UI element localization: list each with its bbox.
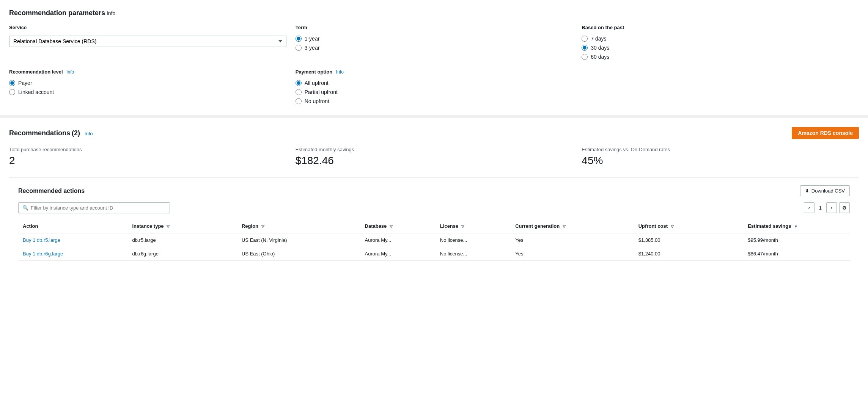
term-3year-item[interactable]: 3-year: [296, 45, 573, 51]
row1-action-link[interactable]: Buy 1 db.r5.large: [23, 237, 60, 243]
download-csv-button[interactable]: ⬇ Download CSV: [800, 185, 850, 196]
payment-no-upfront-label: No upfront: [305, 98, 329, 104]
rec-level-linked-label: Linked account: [18, 89, 54, 95]
col-instance-type-label: Instance type: [132, 223, 164, 229]
settings-button[interactable]: ⚙: [839, 202, 850, 213]
pagination-row: ‹ 1 › ⚙: [804, 202, 850, 213]
rec-level-linked-item[interactable]: Linked account: [9, 89, 286, 95]
term-1year-radio[interactable]: [296, 36, 302, 42]
col-region-label: Region: [242, 223, 258, 229]
col-instance-type[interactable]: Instance type ▽: [127, 219, 237, 233]
col-region[interactable]: Region ▽: [237, 219, 360, 233]
monthly-savings-stat: Estimated monthly savings $182.46: [296, 147, 573, 167]
parameters-section: Recommendation parameters Info Service R…: [0, 0, 868, 115]
term-1year-item[interactable]: 1-year: [296, 36, 573, 42]
col-action-label: Action: [23, 223, 38, 229]
total-recommendations-value: 2: [9, 155, 286, 167]
recommendations-count: (2): [72, 129, 80, 137]
row2-region: US East (Ohio): [237, 247, 360, 261]
recommendations-section: Recommendations (2) Info Amazon RDS cons…: [0, 118, 868, 270]
term-3year-radio[interactable]: [296, 45, 302, 51]
payment-all-upfront-item[interactable]: All upfront: [296, 80, 573, 86]
table-body: Buy 1 db.r5.large db.r5.large US East (N…: [18, 233, 850, 261]
payment-partial-upfront-radio[interactable]: [296, 89, 302, 95]
rec-level-payer-item[interactable]: Payer: [9, 80, 286, 86]
actions-table: Action Instance type ▽ Region ▽ Database: [18, 219, 850, 261]
col-estimated-savings[interactable]: Estimated savings ▼: [743, 219, 850, 233]
rec-level-group: Recommendation level Info Payer Linked a…: [9, 69, 286, 104]
actions-title: Recommended actions: [18, 188, 85, 194]
based-on-radio-group: 7 days 30 days 60 days: [582, 36, 859, 60]
term-radio-group: 1-year 3-year: [296, 36, 573, 51]
based-7days-item[interactable]: 7 days: [582, 36, 859, 42]
row1-instance-type: db.r5.large: [127, 233, 237, 247]
based-30days-label: 30 days: [591, 45, 609, 51]
based-on-label: Based on the past: [582, 25, 859, 30]
search-bar[interactable]: 🔍: [18, 202, 170, 213]
col-license[interactable]: License ▽: [436, 219, 511, 233]
instance-type-sort-icon: ▽: [167, 224, 170, 229]
payment-partial-upfront-item[interactable]: Partial upfront: [296, 89, 573, 95]
based-30days-item[interactable]: 30 days: [582, 45, 859, 51]
prev-page-button[interactable]: ‹: [804, 202, 815, 213]
row1-current-gen: Yes: [511, 233, 634, 247]
row2-upfront-cost: $1,240.00: [634, 247, 743, 261]
rec-level-info-link[interactable]: Info: [66, 69, 74, 75]
row2-instance-type: db.r6g.large: [127, 247, 237, 261]
payment-option-info-link[interactable]: Info: [336, 69, 344, 75]
based-60days-item[interactable]: 60 days: [582, 54, 859, 60]
stats-grid: Total purchase recommendations 2 Estimat…: [9, 147, 859, 167]
payment-all-upfront-radio[interactable]: [296, 80, 302, 86]
col-current-generation[interactable]: Current generation ▽: [511, 219, 634, 233]
based-on-group: Based on the past 7 days 30 days 60 days: [582, 25, 859, 60]
row2-action-link[interactable]: Buy 1 db.r6g.large: [23, 251, 63, 257]
total-recommendations-stat: Total purchase recommendations 2: [9, 147, 286, 167]
based-30days-radio[interactable]: [582, 45, 588, 51]
actions-section: Recommended actions ⬇ Download CSV 🔍 ‹ 1…: [9, 177, 859, 261]
based-60days-radio[interactable]: [582, 54, 588, 60]
based-7days-label: 7 days: [591, 36, 606, 42]
rec-level-payer-radio[interactable]: [9, 80, 15, 86]
license-sort-icon: ▽: [461, 224, 464, 229]
next-page-button[interactable]: ›: [826, 202, 837, 213]
col-upfront-cost[interactable]: Upfront cost ▽: [634, 219, 743, 233]
params-grid-row2: Recommendation level Info Payer Linked a…: [9, 69, 859, 104]
row1-action: Buy 1 db.r5.large: [18, 233, 127, 247]
col-database[interactable]: Database ▽: [360, 219, 436, 233]
based-60days-label: 60 days: [591, 54, 609, 60]
table-header: Action Instance type ▽ Region ▽ Database: [18, 219, 850, 233]
search-input[interactable]: [31, 205, 166, 211]
title-info-link[interactable]: Info: [107, 10, 115, 16]
col-upfront-cost-label: Upfront cost: [638, 223, 668, 229]
estimated-savings-sort-icon: ▼: [794, 224, 798, 229]
savings-rate-stat: Estimated savings vs. On-Demand rates 45…: [582, 147, 859, 167]
region-sort-icon: ▽: [261, 224, 264, 229]
download-csv-label: Download CSV: [811, 188, 845, 194]
row1-estimated-savings: $95.99/month: [743, 233, 850, 247]
based-7days-radio[interactable]: [582, 36, 588, 42]
monthly-savings-label: Estimated monthly savings: [296, 147, 573, 152]
page: Recommendation parameters Info Service R…: [0, 0, 868, 404]
col-estimated-savings-label: Estimated savings: [748, 223, 791, 229]
header-row: Action Instance type ▽ Region ▽ Database: [18, 219, 850, 233]
savings-rate-value: 45%: [582, 155, 859, 167]
recommendations-header: Recommendations (2) Info Amazon RDS cons…: [9, 127, 859, 139]
payment-no-upfront-radio[interactable]: [296, 98, 302, 104]
col-license-label: License: [440, 223, 458, 229]
row1-license: No license...: [436, 233, 511, 247]
row2-action: Buy 1 db.r6g.large: [18, 247, 127, 261]
rec-level-linked-radio[interactable]: [9, 89, 15, 95]
service-select[interactable]: Relational Database Service (RDS)Amazon …: [9, 36, 286, 47]
params-grid-row1: Service Relational Database Service (RDS…: [9, 25, 859, 60]
current-gen-sort-icon: ▽: [563, 224, 566, 229]
payment-no-upfront-item[interactable]: No upfront: [296, 98, 573, 104]
recommendations-info-link[interactable]: Info: [85, 131, 93, 136]
row2-license: No license...: [436, 247, 511, 261]
table-row: Buy 1 db.r5.large db.r5.large US East (N…: [18, 233, 850, 247]
row2-estimated-savings: $86.47/month: [743, 247, 850, 261]
amazon-rds-console-button[interactable]: Amazon RDS console: [792, 127, 859, 139]
payment-option-label: Payment option Info: [296, 69, 573, 75]
row1-region: US East (N. Virginia): [237, 233, 360, 247]
payment-partial-upfront-label: Partial upfront: [305, 89, 338, 95]
monthly-savings-value: $182.46: [296, 155, 573, 167]
